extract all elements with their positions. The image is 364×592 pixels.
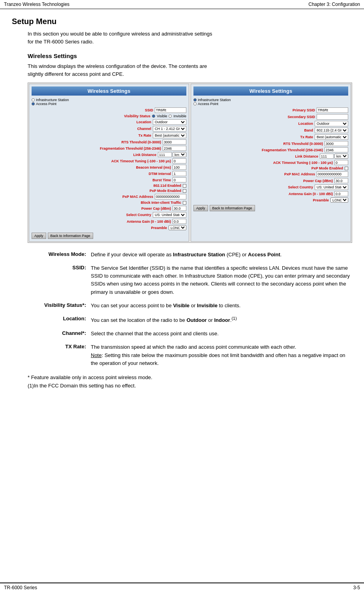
radio-right-infra-dot [193, 98, 197, 101]
panel-right-primary-ssid-row: Primary SSID [193, 107, 348, 113]
panel-right-country-select[interactable]: US: United States [315, 184, 348, 190]
panel-right-antenna-label: Antenna Gain (0 - 100 dBi) [193, 192, 334, 196]
panel-left-rts-input[interactable] [163, 139, 186, 145]
invisible-label: Invisible [173, 114, 186, 118]
subsection-title: Wireless Settings [28, 53, 352, 59]
panel-left-txrate-select[interactable]: Best (automatic) [153, 133, 186, 138]
panel-right-linkdist-input[interactable] [320, 154, 334, 159]
panel-left-location-label: Location [32, 120, 153, 124]
panel-right-radio-mode: Infrastructure Station Access Point [193, 98, 348, 106]
panel-left-frag-input[interactable] [163, 146, 186, 151]
panel-right-linkdist-unit[interactable]: km mi [334, 154, 348, 159]
panel-right-frag-input[interactable] [325, 147, 348, 152]
panel-right-secondary-ssid-input[interactable] [317, 114, 348, 120]
indoor-bold: Indoor [214, 317, 230, 323]
panel-left-visibility-row: Visibility Status Visible Invisible [32, 114, 186, 118]
panel-left-block-checkbox[interactable] [183, 201, 186, 205]
panel-left-ack-input[interactable] [173, 158, 186, 164]
desc-location-label: Location: [28, 315, 91, 321]
panel-right-txrate-row: Tx Rate Best (automatic) [193, 134, 348, 140]
panel-left-apply-btn[interactable]: Apply [32, 233, 46, 239]
panel-right-pxpmac-input[interactable] [317, 171, 348, 177]
panel-right-linkdist-row: Link Distance km mi [193, 154, 348, 159]
panel-right-pxp-row: PxP Mode Enabled [193, 166, 348, 170]
desc-location-content: You can set the location of the radio to… [91, 315, 352, 324]
panel-left-country-select[interactable]: US: United States [153, 212, 186, 218]
panel-left-location-row: Location Outdoor Indoor [32, 119, 186, 125]
panel-left-pxp-label: PxP Mode Enabled [32, 189, 183, 193]
panel-right-preamble-label: Preamble [193, 198, 330, 202]
infra-station-bold: Infrastructure Station [173, 252, 225, 257]
radio-access-point: Access Point [32, 102, 186, 106]
panel-right-location-select[interactable]: Outdoor Indoor [315, 121, 348, 126]
panel-left-dtim-input[interactable] [173, 171, 186, 176]
panel-right-band-row: Band 802.11b (2.4 GHz) [193, 128, 348, 133]
panel-left-dot11d-checkbox[interactable] [183, 184, 186, 188]
panel-left-beacon-input[interactable] [173, 165, 186, 170]
visible-dot [152, 115, 155, 118]
panel-left-pxpmac-row: PxP MAC Address [32, 194, 186, 199]
footnote-1-superscript: (1) [232, 316, 237, 321]
panel-right-preamble-select[interactable]: LONG SHORT [330, 197, 348, 203]
panel-left-pxpmac-input[interactable] [155, 194, 186, 199]
panel-right-country-label: Select Country [193, 185, 315, 189]
panel-right-frag-label: Fragmentation Threshold (256-2346) [193, 148, 325, 152]
panel-right-txrate-select[interactable]: Best (automatic) [315, 134, 348, 140]
panel-left-channel-row: Channel CH 1 - 2.412 GHz [32, 126, 186, 132]
panel-right-primary-ssid-label: Primary SSID [193, 108, 317, 112]
panel-right-band-select[interactable]: 802.11b (2.4 GHz) [315, 128, 348, 133]
panel-left-location-select[interactable]: Outdoor Indoor [153, 119, 186, 125]
panel-left-linkdist-label: Link Distance [32, 153, 158, 157]
panel-left-block-label: Block Inter-client Traffic [32, 201, 183, 205]
visible-bold: Visible [173, 303, 190, 308]
desc-wireless-mode: Wireless Mode: Define if your device wil… [28, 251, 352, 259]
panel-right-rts-row: RTS Threshold (0-3000) [193, 141, 348, 146]
panel-right-txrate-label: Tx Rate [193, 135, 315, 139]
panel-left-preamble-select[interactable]: LONG SHORT [169, 225, 186, 230]
panel-right-frag-row: Fragmentation Threshold (256-2346) [193, 147, 348, 152]
panel-left-channel-select[interactable]: CH 1 - 2.412 GHz [153, 126, 186, 132]
panel-right-location-label: Location [193, 122, 315, 126]
footer-bar: TR-6000 Series 3-5 [0, 583, 364, 592]
access-point-bold: Access Point [248, 252, 280, 257]
desc-ssid-content: The Service Set Identifier (SSID) is the… [91, 264, 352, 296]
panel-left-dot11d-label: 802.11d Enabled [32, 184, 183, 188]
desc-visibility-label: Visibility Status*: [28, 302, 91, 308]
footnotes: * Feature available only in access point… [28, 374, 352, 390]
panel-right-pxp-label: PxP Mode Enabled [193, 166, 345, 170]
panel-right-ack-input[interactable] [334, 160, 348, 165]
panel-right: Wireless Settings Infrastructure Station… [191, 84, 351, 242]
panel-left-txrate-row: Tx Rate Best (automatic) [32, 133, 186, 138]
panel-left-back-btn[interactable]: Back to Information Page [48, 233, 93, 239]
panel-left-country-row: Select Country US: United States [32, 212, 186, 218]
panel-right-rts-input[interactable] [325, 141, 348, 146]
panel-left-linkdist-input[interactable] [158, 152, 172, 157]
header-left: Tranzeo Wireless Technologies [4, 2, 69, 7]
panel-right-back-btn[interactable]: Back to Information Page [210, 205, 255, 211]
panel-left-dtim-label: DTIM Interval [32, 172, 173, 176]
panel-right-primary-ssid-input[interactable] [317, 107, 348, 113]
panel-left-antenna-input[interactable] [173, 219, 186, 224]
panel-right-powercap-input[interactable] [334, 178, 348, 183]
panel-left-pxp-checkbox[interactable] [183, 189, 186, 193]
panel-left-burst-input[interactable] [173, 177, 186, 182]
panel-left-block-row: Block Inter-client Traffic [32, 201, 186, 205]
panel-right-antenna-input[interactable] [334, 191, 348, 196]
panel-left-powercap-input[interactable] [173, 206, 186, 211]
panels-container: Wireless Settings Infrastructure Station… [28, 83, 352, 243]
panel-left-linkdist-unit[interactable]: km mi [173, 152, 186, 157]
desc-wireless-mode-content: Define if your device will operate as In… [91, 251, 352, 259]
panel-right-powercap-label: Power Cap (dBm) [193, 179, 334, 183]
panel-left-linkdist-row: Link Distance km mi [32, 152, 186, 157]
panel-right-apply-btn[interactable]: Apply [193, 205, 208, 211]
right-linkdist-group: km mi [320, 154, 348, 159]
panel-right-linkdist-label: Link Distance [193, 154, 320, 158]
panel-left-ssid-input[interactable] [155, 107, 186, 113]
panel-right-location-row: Location Outdoor Indoor [193, 121, 348, 126]
panel-left-visibility-label: Visibility Status [32, 114, 152, 118]
panel-right-secondary-ssid-label: Secondary SSID [193, 115, 317, 119]
panel-left-dot11d-row: 802.11d Enabled [32, 184, 186, 188]
panel-right-pxp-checkbox[interactable] [345, 167, 348, 170]
radio-infrastructure-label: Infrastructure Station [36, 98, 69, 102]
invisible-dot [169, 115, 172, 118]
